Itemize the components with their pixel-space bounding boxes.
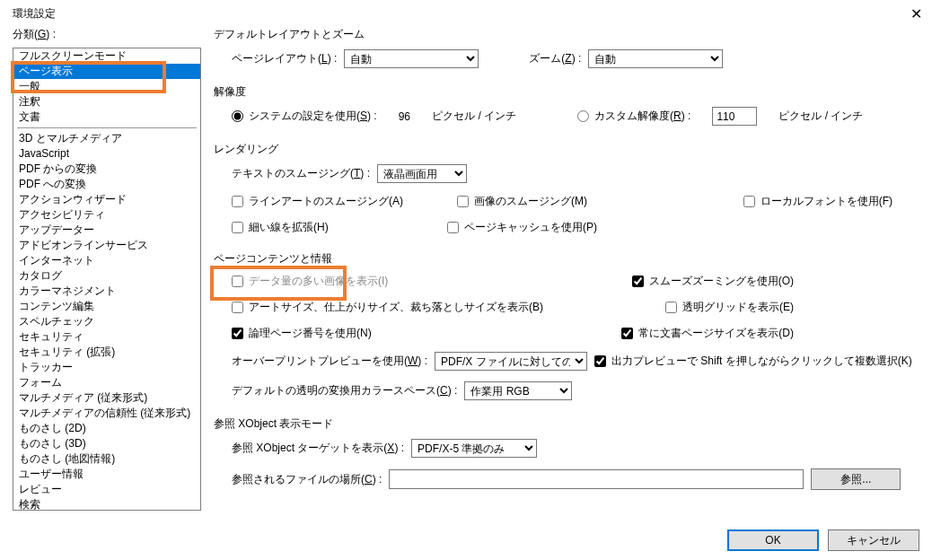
list-item[interactable]: ものさし (地図情報)	[13, 451, 200, 467]
xobject-target-label: 参照 XObject ターゲットを表示(X) :	[232, 441, 404, 456]
xobject-target-select[interactable]: PDF/X-5 準拠のみ	[411, 439, 537, 458]
list-item[interactable]: JavaScript	[13, 146, 200, 162]
page-layout-label: ページレイアウト(L) :	[232, 51, 337, 66]
system-resolution-unit: ピクセル / インチ	[432, 109, 516, 124]
list-item[interactable]: PDF からの変換	[13, 162, 200, 177]
art-size-checkbox[interactable]: アートサイズ、仕上がりサイズ、裁ち落としサイズを表示(B)	[232, 300, 543, 315]
xobject-path-input[interactable]	[389, 469, 804, 489]
large-images-checkbox[interactable]: データ量の多い画像を表示(I)	[232, 274, 388, 289]
xobject-path-label: 参照されるファイルの場所(C) :	[232, 472, 382, 487]
group-title-rendering: レンダリング	[214, 142, 919, 157]
group-title-xobject: 参照 XObject 表示モード	[214, 416, 919, 432]
list-item[interactable]: インターネット	[13, 253, 200, 268]
ok-button[interactable]: OK	[727, 529, 819, 551]
group-title-layout: デフォルトレイアウトとズーム	[214, 27, 919, 42]
system-resolution-value: 96	[399, 110, 410, 123]
category-listbox[interactable]: フルスクリーンモードページ表示一般注釈文書3D とマルチメディアJavaScri…	[13, 48, 201, 511]
list-item[interactable]: アドビオンラインサービス	[13, 238, 200, 253]
list-item[interactable]: ユーザー情報	[13, 467, 200, 482]
overprint-select[interactable]: PDF/X ファイルに対してのみ	[435, 352, 587, 371]
custom-resolution-unit: ピクセル / インチ	[778, 109, 863, 124]
list-item[interactable]: アップデーター	[13, 223, 200, 238]
page-layout-select[interactable]: 自動	[344, 49, 479, 68]
list-item[interactable]: レビュー	[13, 482, 200, 497]
group-title-content: ページコンテンツと情報	[214, 251, 919, 267]
lineart-smoothing-checkbox[interactable]: ラインアートのスムージング(A)	[232, 194, 403, 209]
text-smoothing-label: テキストのスムージング(T) :	[232, 166, 370, 181]
list-item[interactable]: マルチメディアの信頼性 (従来形式)	[13, 406, 200, 421]
always-doc-size-checkbox[interactable]: 常に文書ページサイズを表示(D)	[621, 326, 794, 341]
transparency-blend-select[interactable]: 作業用 RGB	[464, 381, 572, 400]
list-item[interactable]: ものさし (3D)	[13, 436, 200, 451]
list-divider	[17, 127, 197, 128]
group-title-resolution: 解像度	[214, 84, 919, 100]
local-font-checkbox[interactable]: ローカルフォントを使用(F)	[743, 194, 892, 209]
list-item[interactable]: スペルチェック	[13, 314, 200, 329]
window-title: 環境設定	[13, 6, 56, 22]
thin-line-checkbox[interactable]: 細い線を拡張(H)	[232, 220, 393, 235]
custom-resolution-radio[interactable]: カスタム解像度(R) :	[577, 109, 690, 124]
list-item[interactable]: PDF への変換	[13, 177, 200, 192]
list-item[interactable]: 検索	[13, 497, 200, 511]
list-item[interactable]: 一般	[13, 79, 200, 94]
cancel-button[interactable]: キャンセル	[828, 529, 919, 551]
list-item[interactable]: カタログ	[13, 268, 200, 284]
overprint-label: オーバープリントプレビューを使用(W) :	[232, 354, 427, 369]
list-item[interactable]: トラッカー	[13, 360, 200, 375]
list-item[interactable]: ページ表示	[13, 64, 200, 79]
category-label: 分類(G) :	[13, 27, 201, 42]
close-icon[interactable]: ✕	[909, 6, 923, 21]
list-item[interactable]: ものさし (2D)	[13, 421, 200, 436]
browse-button[interactable]: 参照...	[811, 468, 901, 490]
output-preview-checkbox[interactable]: 出力プレビューで Shift を押しながらクリックして複数選択(K)	[594, 354, 912, 369]
list-item[interactable]: セキュリティ (拡張)	[13, 345, 200, 360]
smooth-zoom-checkbox[interactable]: スムーズズーミングを使用(O)	[632, 274, 794, 289]
list-item[interactable]: アクションウィザード	[13, 192, 200, 207]
zoom-select[interactable]: 自動	[588, 49, 723, 68]
zoom-label: ズーム(Z) :	[529, 51, 581, 66]
list-item[interactable]: コンテンツ編集	[13, 299, 200, 314]
list-item[interactable]: セキュリティ	[13, 329, 200, 345]
system-resolution-radio[interactable]: システムの設定を使用(S) :	[232, 109, 377, 124]
list-item[interactable]: マルチメディア (従来形式)	[13, 390, 200, 406]
list-item[interactable]: 注釈	[13, 94, 200, 109]
list-item[interactable]: アクセシビリティ	[13, 207, 200, 223]
custom-resolution-input[interactable]	[712, 107, 757, 126]
logical-page-number-checkbox[interactable]: 論理ページ番号を使用(N)	[232, 326, 372, 341]
transparent-grid-checkbox[interactable]: 透明グリッドを表示(E)	[665, 300, 794, 315]
list-item[interactable]: フルスクリーンモード	[13, 48, 200, 64]
list-item[interactable]: 文書	[13, 109, 200, 125]
list-item[interactable]: フォーム	[13, 375, 200, 390]
list-item[interactable]: カラーマネジメント	[13, 284, 200, 299]
image-smoothing-checkbox[interactable]: 画像のスムージング(M)	[457, 194, 587, 209]
page-cache-checkbox[interactable]: ページキャッシュを使用(P)	[447, 220, 597, 235]
list-item[interactable]: 3D とマルチメディア	[13, 131, 200, 146]
transparency-blend-label: デフォルトの透明の変換用カラースペース(C) :	[232, 383, 457, 398]
text-smoothing-select[interactable]: 液晶画面用	[377, 164, 467, 183]
